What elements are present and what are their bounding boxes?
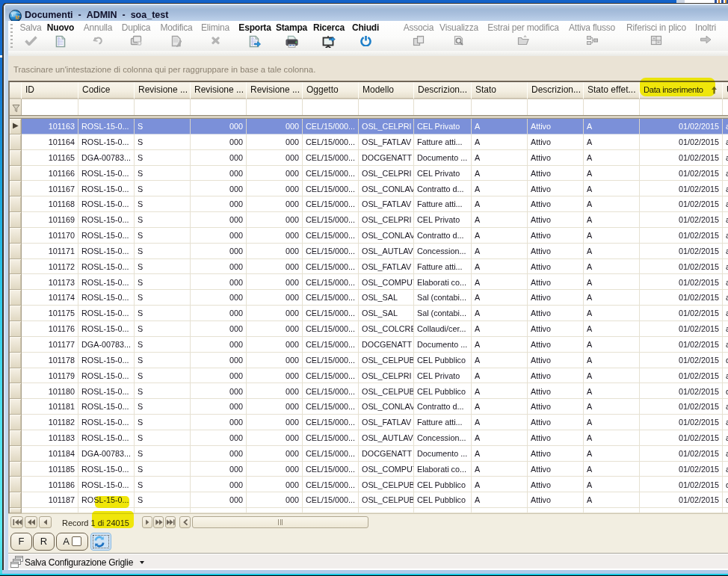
svg-text:L: L — [12, 12, 15, 16]
svg-text:M: M — [15, 15, 19, 20]
